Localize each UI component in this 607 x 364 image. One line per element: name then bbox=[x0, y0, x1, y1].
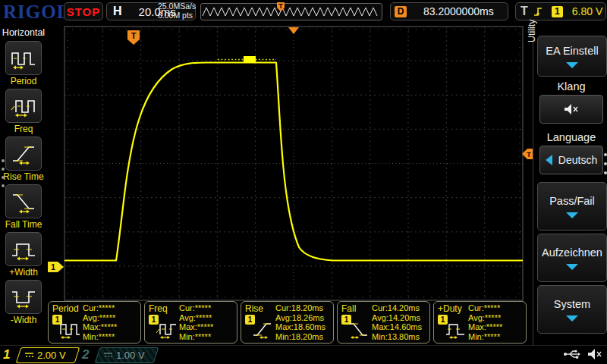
avg-value: Avg:***** bbox=[468, 313, 523, 323]
avg-value: Avg:***** bbox=[83, 313, 137, 323]
trigger-readout-box[interactable]: T 1 6.80 V bbox=[515, 2, 606, 20]
rise-time-button[interactable] bbox=[5, 136, 42, 171]
h-label: H bbox=[113, 5, 122, 18]
menu-button-aufzeichnen[interactable]: Aufzeichnen bbox=[537, 234, 607, 282]
panel-title: +Duty bbox=[438, 303, 462, 314]
freq-icon bbox=[156, 318, 178, 340]
delay-icon: D bbox=[395, 6, 407, 17]
top-status-bar: RIGOL STOP H 20.0ms 25.0MSa/s 6.00M pts … bbox=[0, 0, 607, 23]
fall-time-button[interactable] bbox=[5, 184, 42, 218]
measurement-results-row: Period 1 Cur:***** Avg:***** Max:***** M… bbox=[48, 301, 527, 344]
freq-icon bbox=[10, 94, 37, 118]
sidebar-item-freq[interactable]: Freq bbox=[0, 89, 47, 134]
cur-value: Cur:***** bbox=[468, 303, 523, 313]
neg-width-button[interactable] bbox=[5, 280, 42, 314]
freq-button[interactable] bbox=[5, 89, 42, 123]
menu-button-pass-fail[interactable]: Pass/Fail bbox=[537, 182, 607, 231]
panel-values: Cur:***** Avg:***** Max:***** Min:***** bbox=[468, 303, 523, 341]
chevron-down-icon bbox=[566, 264, 578, 270]
measure-panel-fall[interactable]: Fall 1 Cur:14.20ms Avg:14.20ms Max:14.60… bbox=[337, 301, 430, 344]
pos-duty-icon bbox=[445, 318, 467, 340]
fall-time-icon bbox=[10, 190, 37, 214]
avg-value: Avg:***** bbox=[179, 313, 234, 323]
pos-width-button[interactable] bbox=[5, 232, 42, 266]
sidebar-item-period[interactable]: Period bbox=[0, 41, 47, 86]
delay-readout-box[interactable]: D 83.2000000ms bbox=[390, 2, 508, 20]
thumbnail-zigzag bbox=[203, 8, 377, 16]
period-button[interactable] bbox=[5, 41, 42, 75]
menu-button-klang[interactable]: Klang bbox=[537, 80, 605, 124]
avg-value: Avg:18.26ms bbox=[275, 313, 330, 323]
min-value: Min:13.80ms bbox=[372, 332, 426, 342]
cur-value: Cur:***** bbox=[83, 303, 137, 313]
neg-width-label: -Width bbox=[0, 315, 47, 325]
channel-status-bar: 1 2.00 V 2 1.00 V bbox=[0, 345, 607, 364]
language-select[interactable]: Deutsch bbox=[539, 146, 603, 174]
cur-value: Cur:***** bbox=[179, 303, 234, 313]
thumbnail-waveform bbox=[201, 4, 380, 18]
panel-values: Cur:18.20ms Avg:18.26ms Max:18.60ms Min:… bbox=[275, 303, 330, 341]
utility-menu: Utility EA Einstell Klang Language Deuts… bbox=[533, 23, 607, 345]
run-stop-indicator[interactable]: STOP bbox=[64, 2, 103, 20]
neg-width-icon bbox=[10, 285, 37, 309]
avg-value: Avg:14.20ms bbox=[372, 313, 426, 323]
max-value: Max:***** bbox=[468, 322, 523, 332]
trigger-center-marker[interactable] bbox=[288, 27, 299, 34]
system-status-icons bbox=[563, 348, 602, 360]
measure-panel-pos-duty[interactable]: +Duty 1 Cur:***** Avg:***** Max:***** Mi… bbox=[433, 301, 527, 344]
menu-scroll-dots bbox=[604, 153, 607, 174]
measure-sidebar-title: Horizontal bbox=[0, 27, 47, 38]
trigger-level-marker[interactable]: T bbox=[522, 149, 533, 159]
graticule: T T 1 bbox=[47, 23, 533, 347]
trigger-position-marker[interactable]: T bbox=[127, 30, 140, 45]
channel1-ground-marker[interactable]: 1 bbox=[48, 262, 64, 272]
pass-fail-label: Pass/Fail bbox=[549, 195, 595, 207]
klang-sound-button[interactable] bbox=[539, 95, 603, 124]
channel1-chip[interactable]: 2.00 V bbox=[16, 347, 80, 363]
rise-time-icon bbox=[10, 142, 37, 166]
pos-width-label: +Width bbox=[0, 267, 47, 278]
fall-icon bbox=[348, 318, 371, 340]
acquisition-info: 25.0MSa/s 6.00M pts bbox=[158, 2, 200, 20]
channel1-number[interactable]: 1 bbox=[3, 347, 10, 362]
pos-width-icon bbox=[10, 237, 37, 262]
measure-sidebar: Horizontal Period Freq bbox=[0, 23, 47, 345]
panel-values: Cur:14.20ms Avg:14.20ms Max:14.60ms Min:… bbox=[372, 303, 426, 341]
period-label: Period bbox=[0, 76, 47, 86]
memory-position-thumbnail[interactable]: T bbox=[200, 3, 382, 20]
trigger-label: T bbox=[521, 5, 528, 18]
fall-time-label: Fall Time bbox=[0, 219, 47, 230]
measure-panel-period[interactable]: Period 1 Cur:***** Avg:***** Max:***** M… bbox=[48, 301, 141, 344]
measure-panel-rise[interactable]: Rise 1 Cur:18.20ms Avg:18.26ms Max:18.60… bbox=[241, 301, 334, 344]
min-value: Min:***** bbox=[468, 332, 523, 342]
sidebar-item-rise-time[interactable]: Rise Time bbox=[0, 136, 47, 182]
delay-value: 83.2000000ms bbox=[423, 5, 494, 17]
channel2-number[interactable]: 2 bbox=[82, 347, 89, 362]
menu-button-system[interactable]: System bbox=[537, 285, 607, 334]
waveform-display-area[interactable]: T T 1 bbox=[47, 23, 533, 347]
memory-depth: 6.00M pts bbox=[158, 11, 200, 20]
panel-title: Period bbox=[52, 303, 79, 314]
menu-button-language[interactable]: Language Deutsch bbox=[537, 131, 605, 174]
channel2-chip[interactable]: 1.00 V bbox=[95, 347, 159, 363]
rise-icon bbox=[252, 318, 275, 340]
channel1-waveform bbox=[64, 63, 523, 261]
ea-einstell-label: EA Einstell bbox=[546, 45, 598, 57]
language-label: Language bbox=[537, 131, 605, 143]
period-icon bbox=[59, 318, 82, 340]
trigger-source-badge: 1 bbox=[552, 6, 563, 17]
measure-panel-freq[interactable]: Freq 1 Cur:***** Avg:***** Max:***** Min… bbox=[144, 301, 237, 344]
panel-values: Cur:***** Avg:***** Max:***** Min:***** bbox=[179, 303, 234, 341]
sidebar-item-fall-time[interactable]: Fall Time bbox=[0, 184, 47, 230]
channel2-coupling-icon bbox=[103, 351, 113, 359]
sidebar-item-neg-width[interactable]: -Width bbox=[0, 280, 47, 325]
sidebar-item-pos-width[interactable]: +Width bbox=[0, 232, 47, 278]
rising-edge-icon bbox=[533, 5, 545, 17]
max-value: Max:14.60ms bbox=[372, 322, 426, 332]
language-value: Deutsch bbox=[558, 154, 597, 166]
trigger-position-letter: T bbox=[131, 31, 137, 40]
utility-menu-title: Utility bbox=[527, 19, 537, 42]
menu-button-ea-einstell[interactable]: EA Einstell bbox=[537, 36, 607, 77]
cur-value: Cur:14.20ms bbox=[372, 303, 426, 313]
max-value: Max:***** bbox=[179, 322, 234, 332]
